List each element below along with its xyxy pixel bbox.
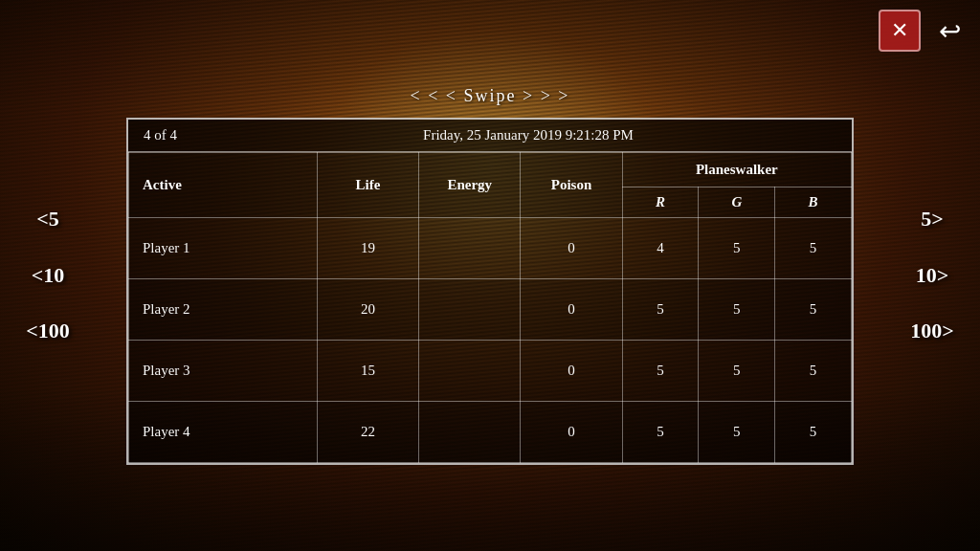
player-pw-r[interactable]: 4 bbox=[622, 218, 699, 279]
col-active: Active bbox=[129, 153, 318, 218]
player-life[interactable]: 22 bbox=[317, 402, 418, 463]
col-g: G bbox=[699, 187, 775, 218]
player-name: Player 3 bbox=[129, 341, 318, 402]
col-b: B bbox=[775, 187, 852, 218]
table-row[interactable]: Player 3 15 0 5 5 5 bbox=[129, 341, 852, 402]
game-count: 4 of 4 bbox=[144, 127, 220, 143]
player-energy[interactable] bbox=[419, 341, 521, 402]
game-date: Friday, 25 January 2019 9:21:28 PM bbox=[220, 127, 836, 143]
swipe-hint: < < < Swipe > > > bbox=[411, 86, 570, 106]
player-energy[interactable] bbox=[419, 218, 521, 279]
player-pw-g[interactable]: 5 bbox=[699, 218, 775, 279]
player-poison[interactable]: 0 bbox=[521, 218, 622, 279]
player-pw-g[interactable]: 5 bbox=[699, 279, 775, 341]
player-pw-r[interactable]: 5 bbox=[622, 279, 699, 341]
player-poison[interactable]: 0 bbox=[521, 402, 622, 463]
player-energy[interactable] bbox=[419, 279, 521, 341]
player-pw-b[interactable]: 5 bbox=[775, 402, 852, 463]
player-name: Player 2 bbox=[129, 279, 318, 341]
main-content: < < < Swipe > > > 4 of 4 Friday, 25 Janu… bbox=[0, 0, 980, 551]
table-row[interactable]: Player 2 20 0 5 5 5 bbox=[129, 279, 852, 341]
player-life[interactable]: 15 bbox=[317, 341, 418, 402]
score-table: 4 of 4 Friday, 25 January 2019 9:21:28 P… bbox=[126, 118, 854, 465]
player-pw-r[interactable]: 5 bbox=[622, 402, 699, 463]
players-table: Active Life Energy Poison Planeswalker R… bbox=[128, 152, 852, 463]
player-life[interactable]: 20 bbox=[317, 279, 418, 341]
player-pw-b[interactable]: 5 bbox=[775, 218, 852, 279]
player-name: Player 4 bbox=[129, 402, 318, 463]
col-r: R bbox=[622, 187, 699, 218]
player-name: Player 1 bbox=[129, 218, 318, 279]
player-poison[interactable]: 0 bbox=[521, 341, 622, 402]
player-pw-g[interactable]: 5 bbox=[699, 341, 775, 402]
player-pw-g[interactable]: 5 bbox=[699, 402, 775, 463]
table-row[interactable]: Player 4 22 0 5 5 5 bbox=[129, 402, 852, 463]
player-poison[interactable]: 0 bbox=[521, 279, 622, 341]
col-energy: Energy bbox=[419, 153, 521, 218]
player-pw-r[interactable]: 5 bbox=[622, 341, 699, 402]
table-row[interactable]: Player 1 19 0 4 5 5 bbox=[129, 218, 852, 279]
col-planeswalker: Planeswalker bbox=[622, 153, 851, 187]
col-life: Life bbox=[317, 153, 418, 218]
column-headers-row: Active Life Energy Poison Planeswalker bbox=[129, 153, 852, 187]
player-pw-b[interactable]: 5 bbox=[775, 341, 852, 402]
player-pw-b[interactable]: 5 bbox=[775, 279, 852, 341]
col-poison: Poison bbox=[521, 153, 622, 218]
table-header: 4 of 4 Friday, 25 January 2019 9:21:28 P… bbox=[128, 120, 852, 152]
player-life[interactable]: 19 bbox=[317, 218, 418, 279]
player-energy[interactable] bbox=[419, 402, 521, 463]
